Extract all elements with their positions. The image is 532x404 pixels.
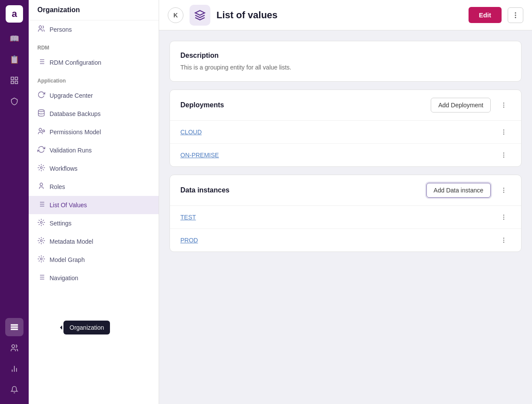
svg-rect-1	[15, 77, 18, 80]
sidebar-item-model-graph-label: Model Graph	[50, 256, 85, 263]
nav-book[interactable]: 📖	[5, 30, 23, 48]
deployment-on-premise-label[interactable]: ON-PREMISE	[180, 152, 492, 159]
svg-rect-6	[11, 329, 18, 330]
page-title: List of values	[216, 10, 462, 21]
data-instances-header: Data instances Add Data instance	[170, 175, 521, 206]
deployment-cloud-more-button[interactable]	[497, 127, 511, 137]
svg-marker-38	[195, 10, 205, 15]
data-instance-prod-more-button[interactable]	[497, 235, 511, 245]
settings-icon	[37, 219, 45, 228]
data-instances-card: Data instances Add Data instance TEST PR…	[170, 175, 522, 252]
add-data-instance-button[interactable]: Add Data instance	[426, 183, 491, 198]
sidebar-item-list-of-values[interactable]: List Of Values	[29, 196, 159, 214]
data-instances-title: Data instances	[180, 186, 420, 194]
sidebar-item-persons[interactable]: Persons	[29, 20, 159, 39]
app-logo: a	[6, 5, 23, 23]
sidebar-item-rdm-config[interactable]: RDM Configuration	[29, 53, 159, 72]
deployment-on-premise-more-button[interactable]	[497, 150, 511, 160]
deployments-more-button[interactable]	[497, 100, 511, 110]
svg-point-51	[503, 188, 504, 189]
sidebar-item-settings[interactable]: Settings	[29, 214, 159, 232]
more-options-button[interactable]	[508, 7, 523, 23]
svg-point-40	[515, 15, 516, 16]
svg-point-41	[515, 17, 516, 18]
nav-bell[interactable]	[5, 381, 23, 399]
data-instance-row-test: TEST	[170, 206, 521, 229]
nav-list[interactable]	[5, 318, 23, 336]
sidebar-item-metadata-model[interactable]: Metadata Model	[29, 232, 159, 251]
svg-rect-4	[11, 325, 18, 325]
permissions-icon	[37, 127, 45, 137]
deployment-row-cloud: CLOUD	[170, 121, 521, 144]
svg-rect-3	[15, 81, 18, 84]
deployments-card: Deployments Add Deployment CLOUD ON-PREM…	[170, 89, 522, 167]
nav-users[interactable]	[5, 339, 23, 357]
sidebar-item-upgrade-center-label: Upgrade Center	[50, 92, 93, 99]
page-icon	[190, 5, 210, 26]
db-backups-icon	[37, 109, 45, 119]
sidebar-item-roles[interactable]: Roles	[29, 178, 159, 196]
svg-point-44	[503, 107, 504, 107]
svg-point-49	[503, 155, 504, 155]
svg-rect-5	[11, 327, 18, 328]
svg-point-42	[503, 103, 504, 103]
sidebar-item-navigation[interactable]: Navigation	[29, 269, 159, 287]
svg-rect-0	[11, 77, 14, 80]
sidebar-item-workflows[interactable]: Workflows	[29, 159, 159, 178]
data-instance-test-label[interactable]: TEST	[180, 214, 492, 221]
main-content: K List of values Edit Description This i…	[159, 0, 532, 404]
sidebar-item-validation[interactable]: Validation Runs	[29, 141, 159, 159]
svg-point-7	[12, 345, 15, 348]
sidebar-item-db-backups-label: Database Backups	[50, 110, 101, 117]
data-instance-test-more-button[interactable]	[497, 212, 511, 222]
back-button[interactable]: K	[168, 7, 183, 23]
sidebar-item-list-of-values-label: List Of Values	[50, 202, 87, 209]
sidebar-item-validation-label: Validation Runs	[50, 147, 92, 154]
svg-point-45	[503, 130, 504, 130]
edit-button[interactable]: Edit	[469, 7, 502, 23]
svg-point-39	[515, 13, 516, 13]
data-instance-row-prod: PROD	[170, 229, 521, 252]
persons-icon	[37, 25, 45, 34]
svg-point-46	[503, 132, 504, 132]
sidebar-item-permissions[interactable]: Permissions Model	[29, 123, 159, 141]
deployments-header: Deployments Add Deployment	[170, 90, 521, 121]
add-deployment-button[interactable]: Add Deployment	[431, 98, 491, 113]
description-text: This is a grouping entity for all value …	[180, 64, 511, 71]
validation-icon	[37, 146, 45, 155]
navigation-icon	[37, 273, 45, 283]
list-of-values-icon	[37, 200, 45, 210]
sidebar: Organization Persons RDM RDM Configurati…	[29, 0, 159, 404]
nav-chart[interactable]	[5, 71, 23, 89]
sidebar-item-db-backups[interactable]: Database Backups	[29, 105, 159, 123]
sidebar-header: Organization	[29, 0, 159, 20]
data-instance-prod-label[interactable]: PROD	[180, 237, 492, 244]
sidebar-item-settings-label: Settings	[50, 220, 72, 227]
svg-point-53	[503, 192, 504, 192]
svg-point-19	[39, 128, 42, 131]
deployment-row-on-premise: ON-PREMISE	[170, 144, 521, 166]
sidebar-item-permissions-label: Permissions Model	[50, 129, 101, 136]
data-instances-more-button[interactable]	[497, 185, 511, 195]
svg-point-47	[503, 134, 504, 134]
organization-tooltip: Organization	[63, 321, 110, 334]
svg-point-54	[503, 215, 504, 215]
svg-point-31	[40, 258, 43, 260]
upgrade-center-icon	[37, 91, 45, 100]
sidebar-section-rdm: RDM	[29, 39, 159, 53]
svg-rect-2	[11, 81, 14, 84]
model-graph-icon	[37, 255, 45, 265]
nav-document[interactable]: 📋	[5, 50, 23, 69]
svg-point-58	[503, 240, 504, 240]
nav-shield[interactable]	[5, 92, 23, 110]
sidebar-item-upgrade-center[interactable]: Upgrade Center	[29, 86, 159, 105]
sidebar-item-model-graph[interactable]: Model Graph	[29, 251, 159, 269]
deployments-title: Deployments	[180, 101, 425, 109]
svg-point-59	[503, 242, 504, 242]
icon-bar: a 📖 📋	[0, 0, 29, 404]
nav-analytics[interactable]	[5, 360, 23, 378]
sidebar-item-workflows-label: Workflows	[50, 165, 77, 172]
svg-point-21	[40, 167, 43, 169]
deployment-cloud-label[interactable]: CLOUD	[180, 129, 492, 136]
svg-point-43	[503, 105, 504, 105]
